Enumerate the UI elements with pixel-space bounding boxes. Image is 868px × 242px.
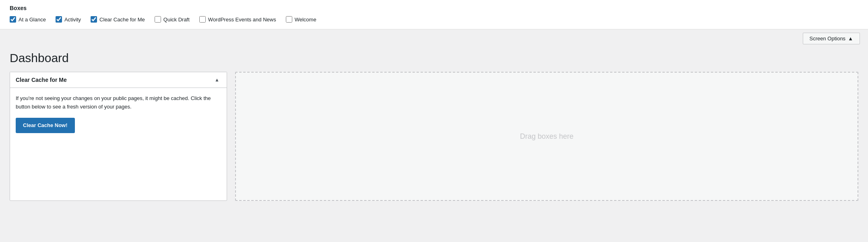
- checkbox-label-quick-draft[interactable]: Quick Draft: [163, 17, 190, 23]
- screen-options-btn-area: Screen Options ▲: [0, 29, 868, 48]
- screen-options-panel: Boxes At a Glance Activity Clear Cache f…: [0, 0, 868, 29]
- checkbox-row: At a Glance Activity Clear Cache for Me …: [10, 16, 858, 23]
- page-title: Dashboard: [10, 51, 858, 65]
- clear-cache-now-button[interactable]: Clear Cache Now!: [16, 118, 75, 133]
- checkbox-item-wp-events[interactable]: WordPress Events and News: [199, 16, 276, 23]
- checkbox-clear-cache[interactable]: [91, 16, 97, 23]
- main-content: Clear Cache for Me ▲ If you're not seein…: [0, 72, 868, 201]
- checkbox-at-a-glance[interactable]: [10, 16, 16, 23]
- checkbox-item-clear-cache[interactable]: Clear Cache for Me: [91, 16, 145, 23]
- widget-description: If you're not seeing your changes on you…: [16, 94, 221, 111]
- checkbox-label-clear-cache[interactable]: Clear Cache for Me: [99, 17, 145, 23]
- screen-options-arrow-icon: ▲: [848, 35, 853, 42]
- clear-cache-widget: Clear Cache for Me ▲ If you're not seein…: [10, 72, 227, 201]
- widget-body: If you're not seeing your changes on you…: [10, 88, 227, 140]
- checkbox-activity[interactable]: [56, 16, 62, 23]
- checkbox-item-quick-draft[interactable]: Quick Draft: [155, 16, 190, 23]
- checkbox-welcome[interactable]: [286, 16, 292, 23]
- boxes-label: Boxes: [10, 5, 858, 11]
- checkbox-wp-events[interactable]: [199, 16, 206, 23]
- screen-options-button[interactable]: Screen Options ▲: [803, 33, 860, 44]
- drag-drop-area: Drag boxes here: [235, 72, 858, 201]
- checkbox-quick-draft[interactable]: [155, 16, 161, 23]
- checkbox-item-at-a-glance[interactable]: At a Glance: [10, 16, 46, 23]
- checkbox-label-at-a-glance[interactable]: At a Glance: [19, 17, 46, 23]
- widget-toggle-button[interactable]: ▲: [213, 76, 221, 83]
- widget-header: Clear Cache for Me ▲: [10, 72, 227, 88]
- checkbox-item-activity[interactable]: Activity: [56, 16, 81, 23]
- screen-options-label: Screen Options: [810, 35, 846, 42]
- checkbox-label-wp-events[interactable]: WordPress Events and News: [208, 17, 276, 23]
- checkbox-item-welcome[interactable]: Welcome: [286, 16, 316, 23]
- checkbox-label-welcome[interactable]: Welcome: [295, 17, 316, 23]
- page-header: Dashboard: [0, 48, 868, 72]
- widget-toggle-icon: ▲: [215, 77, 219, 83]
- checkbox-label-activity[interactable]: Activity: [64, 17, 81, 23]
- drag-area-label: Drag boxes here: [520, 132, 573, 141]
- widget-title: Clear Cache for Me: [16, 77, 67, 83]
